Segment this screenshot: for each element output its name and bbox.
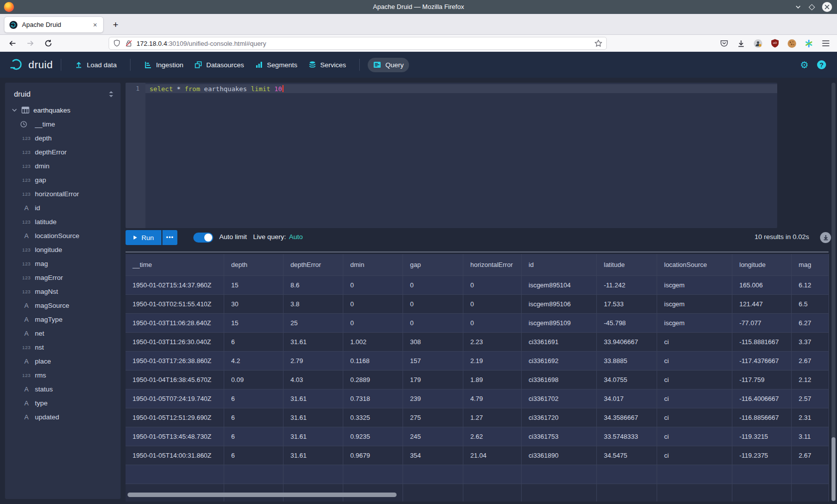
table-cell[interactable]: ci — [657, 352, 732, 371]
table-cell[interactable]: 3.37 — [792, 333, 829, 352]
column-header-__time[interactable]: __time — [126, 254, 224, 276]
table-cell[interactable] — [792, 465, 829, 484]
nav-item-datasources[interactable]: Datasources — [189, 57, 250, 72]
table-cell[interactable]: 2.67 — [792, 446, 829, 465]
table-cell[interactable] — [126, 465, 224, 484]
table-cell[interactable]: 239 — [403, 389, 463, 408]
table-cell[interactable]: ci — [657, 408, 732, 427]
table-cell[interactable] — [522, 484, 597, 502]
column-header-depth[interactable]: depth — [224, 254, 283, 276]
table-cell[interactable]: 245 — [403, 427, 463, 446]
table-cell[interactable]: 1950-01-03T11:06:28.640Z — [126, 314, 224, 333]
table-cell[interactable]: 2.19 — [463, 352, 522, 371]
schema-column-magNst[interactable]: 123magNst — [5, 284, 121, 298]
table-cell[interactable]: ci3361691 — [522, 333, 597, 352]
table-cell[interactable]: 8.6 — [283, 276, 343, 295]
table-cell[interactable]: 0 — [343, 295, 403, 314]
table-cell[interactable]: -117.4376667 — [732, 352, 792, 371]
table-cell[interactable]: 15 — [224, 276, 283, 295]
auto-limit-toggle[interactable] — [193, 233, 213, 243]
schema-column-type[interactable]: Atype — [5, 396, 121, 410]
table-cell[interactable]: 2.79 — [283, 352, 343, 371]
table-cell[interactable]: 3.8 — [283, 295, 343, 314]
table-cell[interactable]: 6.12 — [792, 276, 829, 295]
table-cell[interactable]: 0.7318 — [343, 389, 403, 408]
table-cell[interactable]: 2.62 — [463, 427, 522, 446]
table-cell[interactable] — [732, 465, 792, 484]
table-cell[interactable]: 6 — [224, 333, 283, 352]
column-header-id[interactable]: id — [522, 254, 597, 276]
table-cell[interactable]: 0.9679 — [343, 446, 403, 465]
cookie-extension-icon[interactable] — [788, 39, 796, 48]
table-cell[interactable]: 34.5475 — [597, 446, 657, 465]
sort-double-caret-icon[interactable] — [109, 91, 114, 98]
schema-column-longitude[interactable]: 123longitude — [5, 243, 121, 256]
insecure-lock-icon[interactable] — [125, 39, 133, 47]
table-cell[interactable]: iscgem — [657, 314, 732, 333]
table-cell[interactable] — [597, 465, 657, 484]
table-cell[interactable]: 1950-01-03T11:26:30.040Z — [126, 333, 224, 352]
table-cell[interactable]: iscgem — [657, 276, 732, 295]
schema-column-net[interactable]: Anet — [5, 326, 121, 340]
druid-logo[interactable]: druid — [10, 58, 53, 71]
schema-column-depth[interactable]: 123depth — [5, 131, 121, 145]
table-cell[interactable]: 0 — [403, 295, 463, 314]
window-maximize-icon[interactable] — [809, 4, 815, 10]
schema-column-id[interactable]: Aid — [5, 201, 121, 215]
table-cell[interactable]: 2.57 — [792, 389, 829, 408]
vertical-scrollbar-thumb[interactable] — [832, 437, 836, 501]
menu-hamburger-icon[interactable] — [822, 40, 830, 47]
table-cell[interactable]: -119.3215 — [732, 427, 792, 446]
schema-column-depthError[interactable]: 123depthError — [5, 145, 121, 159]
table-cell[interactable]: -116.4006667 — [732, 389, 792, 408]
nav-item-load-data[interactable]: Load data — [69, 57, 122, 72]
new-tab-button[interactable]: + — [109, 18, 123, 32]
table-cell[interactable]: 1950-01-04T16:38:45.670Z — [126, 371, 224, 389]
table-cell[interactable]: 34.3586667 — [597, 408, 657, 427]
containers-extension-icon[interactable] — [754, 39, 762, 48]
table-cell[interactable]: 1950-01-05T14:00:31.860Z — [126, 446, 224, 465]
table-cell[interactable]: iscgem — [657, 295, 732, 314]
table-cell[interactable]: ci3361702 — [522, 389, 597, 408]
table-cell[interactable]: 0 — [463, 295, 522, 314]
table-cell[interactable]: -77.077 — [732, 314, 792, 333]
table-cell[interactable]: 15 — [224, 314, 283, 333]
schema-column-status[interactable]: Astatus — [5, 382, 121, 396]
table-cell[interactable]: 6 — [224, 446, 283, 465]
table-cell[interactable]: 3.11 — [792, 427, 829, 446]
help-icon[interactable]: ? — [817, 60, 826, 69]
nav-item-services[interactable]: Services — [303, 57, 352, 72]
column-header-latitude[interactable]: latitude — [597, 254, 657, 276]
table-cell[interactable]: 33.9406667 — [597, 333, 657, 352]
table-cell[interactable]: iscgem895109 — [522, 314, 597, 333]
table-cell[interactable] — [224, 465, 283, 484]
ublock-origin-icon[interactable]: uO — [771, 39, 779, 48]
table-cell[interactable]: iscgem895106 — [522, 295, 597, 314]
table-cell[interactable]: 1.89 — [463, 371, 522, 389]
table-cell[interactable]: 6 — [224, 427, 283, 446]
table-cell[interactable] — [463, 484, 522, 502]
table-cell[interactable]: 121.447 — [732, 295, 792, 314]
table-cell[interactable]: 34.0755 — [597, 371, 657, 389]
table-cell[interactable]: 2.31 — [792, 408, 829, 427]
table-cell[interactable]: 6.5 — [792, 295, 829, 314]
table-cell[interactable]: 4.79 — [463, 389, 522, 408]
table-cell[interactable]: ci — [657, 371, 732, 389]
table-cell[interactable]: ci3361720 — [522, 408, 597, 427]
run-more-button[interactable]: ••• — [162, 230, 177, 245]
table-cell[interactable]: ci3361890 — [522, 446, 597, 465]
table-cell[interactable] — [283, 465, 343, 484]
table-cell[interactable]: 2.23 — [463, 333, 522, 352]
table-cell[interactable]: 165.006 — [732, 276, 792, 295]
table-cell[interactable]: 25 — [283, 314, 343, 333]
nav-item-segments[interactable]: Segments — [250, 57, 303, 72]
forward-button[interactable] — [24, 37, 37, 49]
schema-column-updated[interactable]: Aupdated — [5, 410, 121, 424]
table-cell[interactable]: 0 — [463, 314, 522, 333]
table-cell[interactable]: 1950-01-05T13:45:48.730Z — [126, 427, 224, 446]
table-cell[interactable] — [463, 465, 522, 484]
column-header-horizontalError[interactable]: horizontalError — [463, 254, 522, 276]
table-cell[interactable]: ci3361753 — [522, 427, 597, 446]
table-cell[interactable]: 21.04 — [463, 446, 522, 465]
table-cell[interactable]: iscgem895104 — [522, 276, 597, 295]
